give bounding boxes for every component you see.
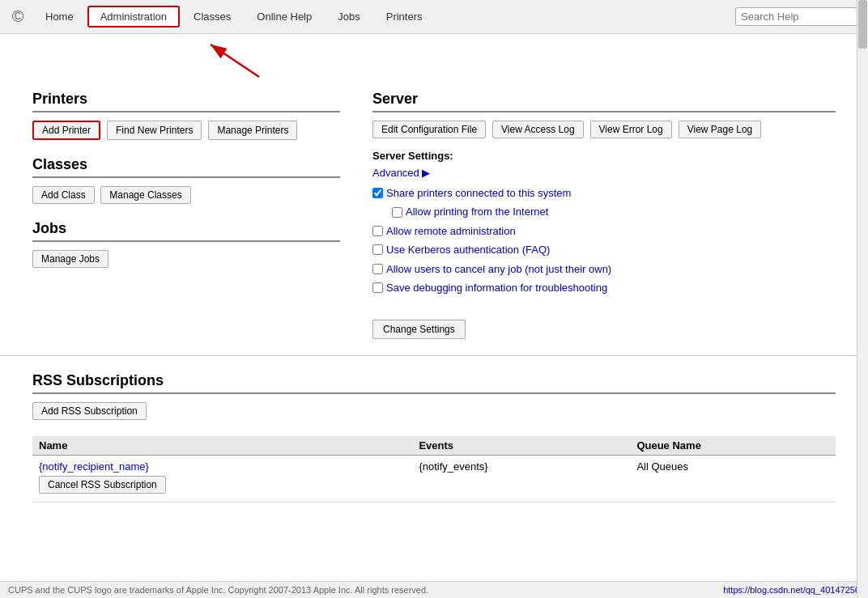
rss-events: {notify_events} (412, 456, 630, 503)
top-navigation: © Home Administration Classes Online Hel… (0, 0, 868, 34)
printers-title: Printers (32, 91, 340, 112)
rss-title: RSS Subscriptions (32, 372, 836, 394)
logo-icon: © (3, 2, 32, 32)
checkbox-allow-internet[interactable] (392, 207, 402, 218)
annotation-arrow (0, 34, 868, 74)
col-name: Name (32, 436, 412, 456)
view-access-log-button[interactable]: View Access Log (492, 121, 584, 138)
advanced-link[interactable]: Advanced ▶ (372, 167, 430, 179)
setting-kerberos: Use Kerberos authentication (FAQ) (372, 240, 836, 259)
nav-printers[interactable]: Printers (374, 6, 435, 27)
edit-config-button[interactable]: Edit Configuration File (372, 121, 486, 138)
server-settings-label: Server Settings: (372, 150, 836, 162)
setting-allow-internet: Allow printing from the Internet (392, 202, 836, 221)
nav-online-help[interactable]: Online Help (245, 6, 324, 27)
main-content: Printers Add Printer Find New Printers M… (0, 74, 868, 347)
manage-printers-button[interactable]: Manage Printers (208, 121, 297, 140)
col-queue: Queue Name (630, 436, 836, 456)
checkbox-kerberos[interactable] (372, 244, 383, 255)
svg-line-1 (211, 45, 259, 77)
find-printers-button[interactable]: Find New Printers (107, 121, 202, 140)
col-events: Events (412, 436, 630, 456)
manage-classes-button[interactable]: Manage Classes (100, 186, 190, 204)
nav-home[interactable]: Home (33, 6, 86, 27)
server-title: Server (372, 91, 836, 112)
nav-jobs[interactable]: Jobs (326, 6, 372, 27)
faq-link[interactable]: FAQ (525, 244, 547, 256)
add-rss-subscription-button[interactable]: Add RSS Subscription (32, 402, 147, 420)
view-page-log-button[interactable]: View Page Log (679, 121, 762, 138)
search-area (735, 7, 865, 26)
server-settings-list: Share printers connected to this system … (372, 184, 836, 297)
rss-name-link[interactable]: {notify_recipient_name} (39, 460, 149, 473)
manage-jobs-button[interactable]: Manage Jobs (32, 250, 108, 268)
setting-remote-admin: Allow remote administration (372, 222, 836, 240)
left-column: Printers Add Printer Find New Printers M… (32, 83, 340, 339)
setting-cancel-any-job: Allow users to cancel any job (not just … (372, 260, 836, 278)
table-row: {notify_recipient_name} Cancel RSS Subsc… (32, 456, 836, 503)
add-class-button[interactable]: Add Class (32, 186, 95, 204)
scrollbar-track (857, 0, 868, 511)
checkbox-cancel-job[interactable] (372, 264, 383, 274)
add-printer-button[interactable]: Add Printer (32, 121, 100, 140)
jobs-title: Jobs (32, 220, 340, 242)
search-input[interactable] (735, 7, 865, 26)
cancel-rss-button[interactable]: Cancel RSS Subscription (39, 476, 166, 494)
right-column: Server Edit Configuration File View Acce… (372, 83, 836, 339)
server-buttons: Edit Configuration File View Access Log … (372, 121, 836, 142)
setting-share-printers: Share printers connected to this system (372, 184, 836, 202)
nav-classes[interactable]: Classes (181, 6, 243, 27)
classes-title: Classes (32, 156, 340, 178)
rss-section: RSS Subscriptions Add RSS Subscription N… (0, 355, 868, 511)
checkbox-remote-admin[interactable] (372, 226, 383, 236)
setting-debug: Save debugging information for troublesh… (372, 278, 836, 297)
advanced-link-area: Advanced ▶ (372, 167, 836, 179)
change-settings-button[interactable]: Change Settings (372, 320, 466, 339)
view-error-log-button[interactable]: View Error Log (590, 121, 672, 138)
server-section: Server Edit Configuration File View Acce… (372, 91, 836, 339)
checkbox-debug[interactable] (372, 282, 383, 293)
printers-section: Printers Add Printer Find New Printers M… (32, 91, 340, 143)
checkbox-share-printers[interactable] (372, 188, 383, 198)
rss-queue: All Queues (630, 456, 836, 503)
nav-administration[interactable]: Administration (87, 6, 180, 28)
scrollbar-thumb[interactable] (858, 0, 867, 49)
rss-table: Name Events Queue Name {notify_recipient… (32, 436, 836, 503)
jobs-section: Jobs Manage Jobs (32, 220, 340, 271)
classes-section: Classes Add Class Manage Classes (32, 156, 340, 207)
